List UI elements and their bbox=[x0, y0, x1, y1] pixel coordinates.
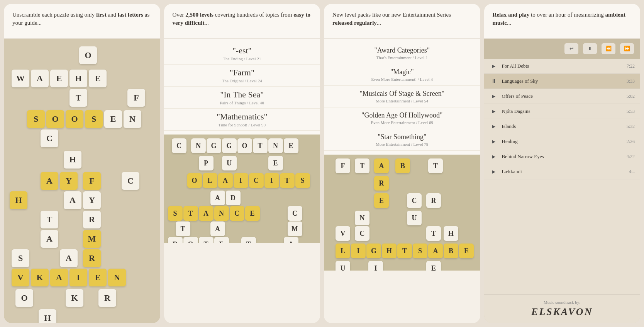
board3-tile: G bbox=[366, 244, 381, 258]
tile-N: N bbox=[124, 110, 141, 128]
level-title: "In The Sea" bbox=[172, 90, 313, 100]
track-duration: 7:22 bbox=[627, 63, 635, 69]
footer-label: Music soundtrack by: bbox=[490, 300, 635, 305]
ent-sub: More Entertainment / Level 78 bbox=[330, 142, 475, 146]
level-title: "-est" bbox=[172, 46, 313, 56]
track-row[interactable]: ▶Offers of Peace5:02 bbox=[484, 89, 641, 104]
board2-tile: N bbox=[214, 206, 229, 221]
level-item[interactable]: "-est"The Ending / Level 21 bbox=[164, 43, 320, 65]
track-name: For All Debts bbox=[502, 63, 623, 69]
track-row[interactable]: ▶Njóta Dagsins5:53 bbox=[484, 104, 641, 119]
track-name: Njóta Dagsins bbox=[502, 108, 623, 114]
ent-item[interactable]: "Award Categories"That's Entertainment /… bbox=[324, 43, 480, 64]
tile-C: C bbox=[41, 129, 58, 147]
tile-O: O bbox=[79, 46, 97, 64]
ent-item[interactable]: "Golden Age Of Hollywood"Even More Enter… bbox=[324, 107, 480, 129]
level-item[interactable]: "In The Sea"Pairs of Things / Level 40 bbox=[164, 87, 320, 109]
play-track-btn[interactable]: ▶ bbox=[490, 107, 498, 116]
pause-button[interactable]: ⏸ bbox=[583, 43, 597, 54]
board3-tile: T bbox=[397, 244, 412, 258]
repeat-button[interactable]: ↩ bbox=[564, 43, 578, 54]
tile-K: K bbox=[66, 289, 83, 307]
tile-R: R bbox=[83, 211, 101, 228]
panel2-header: Over 2,500 levels covering hundreds of t… bbox=[164, 4, 320, 39]
tile-Y: Y bbox=[83, 191, 101, 209]
board2-tile: E bbox=[268, 156, 283, 170]
board3-tile: N bbox=[355, 211, 369, 225]
ent-sub: Even More Entertainment! / Level 4 bbox=[330, 77, 475, 82]
level-sub: The Ending / Level 21 bbox=[172, 56, 313, 61]
tile-O: O bbox=[15, 289, 33, 307]
board2-tile: C bbox=[230, 206, 244, 221]
board3-tile: B bbox=[395, 158, 410, 173]
tile-H: H bbox=[64, 151, 81, 169]
play-track-btn[interactable]: ▶ bbox=[490, 152, 498, 161]
tile-O: O bbox=[46, 110, 64, 128]
board2-tile: E bbox=[284, 138, 298, 153]
track-duration: 5:53 bbox=[627, 109, 635, 114]
board3-tile: T bbox=[355, 158, 369, 173]
ent-title: "Magic" bbox=[330, 68, 475, 76]
tile-S: S bbox=[27, 110, 45, 128]
board2-tile: A bbox=[284, 237, 298, 243]
level-sub: The Original / Level 24 bbox=[172, 78, 313, 83]
board2-tile: N bbox=[191, 138, 206, 153]
track-row[interactable]: ▶Lækkandi4:– bbox=[484, 164, 641, 179]
board2-tile: M bbox=[288, 221, 302, 236]
board3-tile: H bbox=[444, 226, 458, 241]
track-row[interactable]: ▶For All Debts7:22 bbox=[484, 59, 641, 74]
track-row[interactable]: ▶Healing2:26 bbox=[484, 134, 641, 149]
tile-S: S bbox=[12, 249, 29, 267]
play-track-btn[interactable]: ▶ bbox=[490, 122, 498, 131]
rewind-button[interactable]: ⏪ bbox=[602, 43, 615, 54]
board2-tile: P bbox=[199, 156, 214, 170]
tile-C: C bbox=[122, 172, 139, 190]
panel3-body: "Award Categories"That's Entertainment /… bbox=[324, 39, 480, 323]
board2-tile: T bbox=[253, 138, 268, 153]
tile-W: W bbox=[12, 70, 29, 87]
ent-item[interactable]: "Musicals Of Stage & Screen"More Enterta… bbox=[324, 86, 480, 107]
ent-title: "Golden Age Of Hollywood" bbox=[330, 111, 475, 119]
track-row[interactable]: ▶Behind Narrow Eyes4:22 bbox=[484, 149, 641, 164]
play-track-btn[interactable]: ▶ bbox=[490, 62, 498, 70]
board2-tile: I bbox=[234, 173, 248, 188]
track-name: Offers of Peace bbox=[502, 93, 623, 99]
play-track-btn[interactable]: ▶ bbox=[490, 92, 498, 100]
board3-tile: R bbox=[374, 176, 389, 191]
board3-tile: H bbox=[382, 244, 397, 258]
tile-A: A bbox=[50, 269, 68, 286]
pause-track-btn[interactable]: ⏸ bbox=[490, 77, 498, 85]
board3-tile: F bbox=[336, 158, 350, 173]
forward-button[interactable]: ⏩ bbox=[620, 43, 634, 54]
tile-R: R bbox=[83, 249, 101, 267]
track-row[interactable]: ▶Islands5:32 bbox=[484, 119, 641, 134]
track-row[interactable]: ⏸Languages of Sky3:33 bbox=[484, 74, 641, 89]
board3-tile: I bbox=[351, 244, 366, 258]
ent-sub: Even More Entertainment / Level 69 bbox=[330, 120, 475, 125]
board2-tile: E bbox=[245, 206, 260, 221]
track-name: Languages of Sky bbox=[502, 78, 623, 84]
board2-tile: C bbox=[288, 206, 302, 221]
ent-item[interactable]: "Star Something"More Entertainment / Lev… bbox=[324, 129, 480, 151]
board3-tile: C bbox=[355, 226, 369, 241]
level-item[interactable]: "Farm"The Original / Level 24 bbox=[164, 65, 320, 87]
play-track-btn[interactable]: ▶ bbox=[490, 137, 498, 146]
tile-H: H bbox=[39, 309, 56, 323]
tile-T: T bbox=[41, 211, 58, 228]
board3-tile: T bbox=[428, 158, 443, 173]
track-list: ▶For All Debts7:22⏸Languages of Sky3:33▶… bbox=[484, 59, 641, 294]
board2-tile: O bbox=[187, 173, 202, 188]
board2-tile: A bbox=[199, 206, 214, 221]
track-duration: 5:32 bbox=[627, 124, 635, 129]
board2-tile: G bbox=[222, 138, 237, 153]
track-duration: 4:– bbox=[629, 169, 635, 175]
board2-tile: U bbox=[222, 156, 237, 170]
ent-item[interactable]: "Magic"Even More Entertainment! / Level … bbox=[324, 64, 480, 86]
level-list: "-est"The Ending / Level 21"Farm"The Ori… bbox=[164, 39, 320, 135]
play-track-btn[interactable]: ▶ bbox=[490, 167, 498, 176]
track-name: Behind Narrow Eyes bbox=[502, 153, 623, 160]
tile-H: H bbox=[10, 191, 27, 209]
level-item[interactable]: "Mathematics"Time for School! / Level 90 bbox=[164, 109, 320, 131]
tile-E: E bbox=[50, 70, 68, 87]
ent-sub: More Entertainment / Level 54 bbox=[330, 99, 475, 103]
